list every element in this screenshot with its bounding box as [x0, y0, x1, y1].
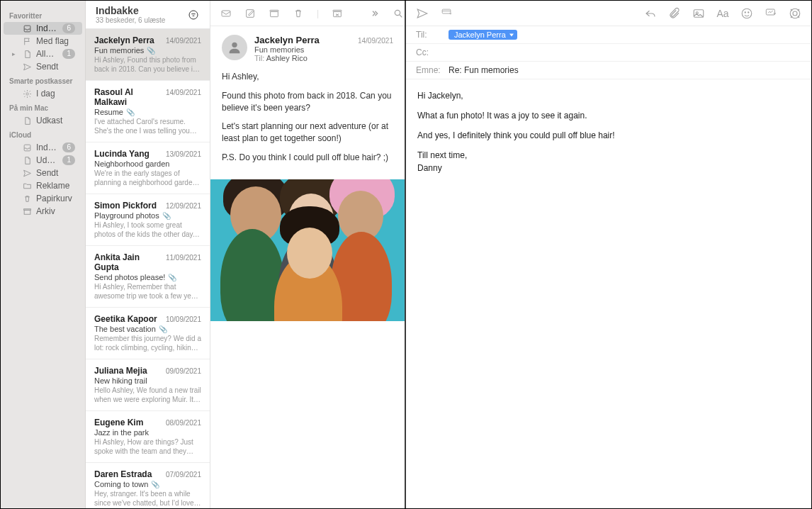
sidebar-item-indbakke[interactable]: Indbakke6 — [4, 141, 82, 154]
sidebar-item-i-dag[interactable]: I dag — [4, 87, 82, 100]
reader-paragraph: Found this photo from back in 2018. Can … — [222, 90, 393, 114]
sidebar-item-udkast[interactable]: Udkast — [4, 114, 82, 127]
message-row[interactable]: Rasoul Al Malkawi14/09/2021Resume📎I've a… — [86, 81, 210, 142]
message-date: 11/09/2021 — [166, 254, 201, 262]
sidebar-item-label: Udkast — [36, 116, 75, 125]
emoji-icon[interactable] — [740, 7, 753, 20]
reader-subject: Fun memories — [254, 45, 393, 54]
svg-point-15 — [742, 9, 752, 18]
sidebar-item-label: Papirkurv — [36, 194, 75, 203]
media-browser-icon[interactable] — [765, 7, 777, 20]
sidebar-item-alle-udk-[interactable]: ▸Alle udk…1 — [4, 47, 82, 60]
compose-paragraph: What a fun photo! It was a joy to see it… — [417, 109, 800, 122]
reader-paragraph: Let's start planning our next adventure … — [222, 121, 393, 145]
message-preview: Hi Ashley, Found this photo from back in… — [94, 55, 201, 74]
message-date: 12/09/2021 — [166, 202, 201, 210]
svg-rect-6 — [271, 11, 278, 16]
count-badge: 6 — [62, 23, 75, 33]
sidebar-item-label: Reklame — [36, 181, 75, 191]
sidebar-item-label: Sendt — [36, 168, 75, 178]
message-preview: We're in the early stages of planning a … — [94, 169, 201, 187]
reply-icon[interactable] — [220, 7, 232, 20]
message-from: Eugene Kim — [94, 418, 143, 427]
reader-header: Jackelyn Perra 14/09/2021 Fun memories T… — [210, 26, 405, 68]
message-row[interactable]: Daren Estrada07/09/2021Coming to town📎He… — [86, 463, 210, 508]
message-subject: Resume — [94, 108, 123, 116]
sidebar-item-med-flag[interactable]: Med flag — [4, 35, 82, 47]
message-row[interactable]: Eugene Kim08/09/2021Jazz in the parkHi A… — [86, 411, 210, 463]
markup-icon[interactable] — [789, 7, 801, 20]
filter-icon[interactable] — [187, 9, 200, 21]
compose-subject-value: Re: Fun memories — [449, 65, 519, 75]
compose-header-fields: Til: Jackelyn Perra Cc: Emne: Re: Fun me… — [406, 26, 811, 79]
message-from: Jackelyn Perra — [94, 35, 154, 45]
svg-point-17 — [748, 11, 749, 12]
paperclip-icon: 📎 — [162, 212, 171, 220]
message-date: 13/09/2021 — [166, 150, 201, 158]
archive-icon[interactable] — [269, 7, 280, 20]
search-icon[interactable] — [393, 7, 404, 20]
sidebar-item-label: Indbakke — [36, 23, 58, 33]
sidebar-item-reklame[interactable]: Reklame — [4, 179, 82, 192]
compose-cc-field[interactable]: Cc: — [406, 44, 811, 62]
compose-to-field[interactable]: Til: Jackelyn Perra — [406, 26, 811, 44]
inbox-icon — [22, 142, 32, 152]
sidebar-section-title: På min Mac — [1, 100, 85, 114]
reader-pane: | Jackelyn Perra 14/09/2021 Fun memories… — [210, 1, 406, 508]
message-subject: Fun memories — [94, 46, 144, 55]
message-from: Lucinda Yang — [94, 149, 150, 159]
photo-icon[interactable] — [692, 7, 705, 20]
count-badge: 6 — [62, 142, 75, 152]
message-from: Ankita Jain Gupta — [94, 252, 166, 272]
recipient-token[interactable]: Jackelyn Perra — [449, 30, 517, 40]
header-fields-icon[interactable] — [440, 7, 453, 20]
message-date: 09/09/2021 — [166, 367, 201, 375]
trash-icon — [22, 194, 32, 203]
sidebar-item-sendt[interactable]: Sendt — [4, 167, 82, 179]
message-preview: Hello Ashley, We found a new trail when … — [94, 386, 201, 404]
message-from: Juliana Mejia — [94, 366, 147, 376]
attachment-icon[interactable] — [668, 7, 681, 20]
message-row[interactable]: Juliana Mejia09/09/2021New hiking trailH… — [86, 359, 210, 411]
svg-point-10 — [395, 10, 400, 15]
doc-icon — [22, 155, 32, 165]
svg-point-0 — [26, 92, 28, 94]
paperclip-icon: 📎 — [151, 481, 159, 488]
format-icon[interactable]: Aa — [716, 7, 729, 20]
trash-icon[interactable] — [293, 7, 304, 20]
message-list-pane: Indbakke 33 beskeder, 6 ulæste Jackelyn … — [86, 1, 210, 508]
count-badge: 1 — [62, 49, 75, 59]
folder-icon — [22, 181, 32, 191]
more-icon[interactable] — [368, 7, 380, 20]
message-row[interactable]: Jackelyn Perra14/09/2021Fun memories📎Hi … — [86, 29, 210, 81]
sidebar-section-title: iCloud — [1, 127, 85, 141]
reply-arrow-icon[interactable] — [644, 7, 657, 20]
compose-subject-field[interactable]: Emne: Re: Fun memories — [406, 62, 811, 79]
message-row[interactable]: Lucinda Yang13/09/2021Neighborhood garde… — [86, 142, 210, 194]
sidebar-item-udkast[interactable]: Udkast1 — [4, 154, 82, 167]
sidebar-item-indbakke[interactable]: Indbakke6 — [4, 22, 82, 35]
sidebar-item-papirkurv[interactable]: Papirkurv — [4, 192, 82, 205]
reader-body: Hi Ashley,Found this photo from back in … — [210, 68, 405, 179]
attachment-image[interactable] — [210, 179, 405, 321]
junk-icon[interactable] — [332, 7, 343, 20]
message-subject: The best vacation — [94, 325, 156, 333]
flag-icon — [22, 36, 32, 46]
sidebar-item-sendt[interactable]: Sendt — [4, 60, 82, 73]
svg-rect-9 — [333, 10, 342, 11]
compose-icon[interactable] — [244, 7, 256, 20]
message-row[interactable]: Geetika Kapoor10/09/2021The best vacatio… — [86, 308, 210, 359]
chevron-right-icon: ▸ — [12, 50, 18, 57]
message-subject: New hiking trail — [94, 376, 147, 385]
reader-to: Til: Ashley Rico — [254, 54, 393, 62]
sidebar-item-arkiv[interactable]: Arkiv — [4, 205, 82, 218]
svg-point-20 — [793, 11, 797, 16]
message-row[interactable]: Simon Pickford12/09/2021Playground photo… — [86, 194, 210, 246]
sidebar-item-label: Sendt — [36, 62, 75, 72]
message-list[interactable]: Jackelyn Perra14/09/2021Fun memories📎Hi … — [86, 29, 210, 508]
send-icon[interactable] — [416, 7, 429, 20]
sent-icon — [22, 168, 32, 178]
message-row[interactable]: Ankita Jain Gupta11/09/2021Send photos p… — [86, 246, 210, 308]
message-subject: Send photos please! — [94, 273, 165, 281]
compose-body[interactable]: Hi Jackelyn,What a fun photo! It was a j… — [406, 79, 811, 191]
